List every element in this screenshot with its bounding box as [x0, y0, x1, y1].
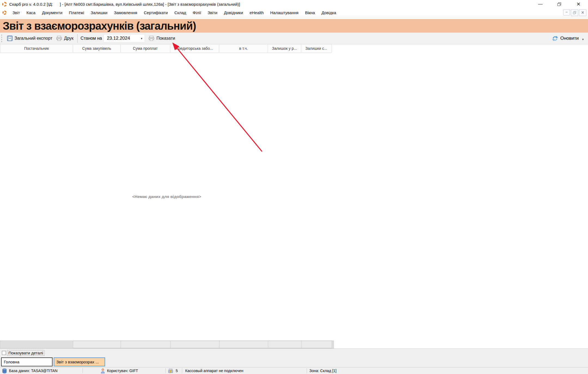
cash-register-status-text: Кассовый аппарат не подключен	[185, 369, 243, 373]
show-details-label[interactable]: Показувати деталі	[7, 350, 44, 356]
column-header-remainders[interactable]: Залишки с...	[301, 44, 332, 53]
mdi-close-button[interactable]: ×	[579, 9, 586, 16]
date-dropdown-caret-icon[interactable]: ▼	[140, 37, 143, 40]
column-header-supplier[interactable]: Постачальник	[0, 44, 73, 53]
show-button[interactable]: Показати	[147, 34, 177, 43]
window-controls: — ×	[531, 0, 588, 8]
menu-item-dovidka[interactable]: Довідка	[318, 8, 339, 17]
menu-item-zvity[interactable]: Звіти	[205, 8, 221, 17]
mdi-window-controls: – ×	[563, 9, 586, 16]
app-window: Скарб pro v. 4.0.0.2 [ІД: ] - [Апт №003 …	[0, 0, 588, 374]
minimize-icon: —	[538, 1, 543, 7]
tab-home[interactable]: Головна	[1, 357, 53, 366]
database-icon	[2, 368, 7, 373]
refresh-icon	[552, 36, 558, 41]
footer-cell	[301, 341, 332, 348]
refresh-button[interactable]: Оновити ▼	[552, 36, 584, 41]
cash-register-icon	[168, 368, 173, 373]
export-floppy-icon	[7, 36, 13, 41]
annotation-arrow	[0, 0, 588, 374]
as-of-date-label: Станом на	[80, 36, 104, 41]
show-printer-icon	[148, 36, 154, 41]
print-label: Друк	[64, 36, 74, 41]
menu-item-ehealth[interactable]: eHealth	[246, 8, 267, 17]
menu-item-zalyshky[interactable]: Залишки	[87, 8, 111, 17]
tab-report-active[interactable]: Звіт з взаєморозрах ...	[54, 357, 105, 366]
cash-register-count: 5	[168, 367, 178, 374]
mdi-close-icon: ×	[581, 10, 584, 16]
cash-register-count-value: 5	[176, 369, 178, 373]
status-separator	[307, 368, 307, 373]
title-bar: Скарб pro v. 4.0.0.2 [ІД: ] - [Апт №003 …	[0, 0, 588, 8]
grid-column-headers: Постачальник Сума закупівель Сума пропла…	[0, 44, 332, 53]
zone-status: Зона: Склад [1]	[309, 367, 337, 374]
mdi-minimize-icon: –	[566, 10, 568, 14]
menu-item-sklad[interactable]: Склад	[171, 8, 189, 17]
toolbar-separator	[77, 34, 78, 43]
refresh-label: Оновити	[560, 36, 579, 41]
user-status-text: Користувач: GIFT	[107, 369, 138, 373]
as-of-date-value: 23.12.2024	[107, 36, 130, 41]
zone-status-text: Зона: Склад [1]	[309, 369, 337, 373]
footer-cell	[121, 341, 170, 348]
database-status-text: База даних: TASA3@TITAN	[9, 369, 57, 373]
footer-cell	[268, 341, 301, 348]
restore-icon	[557, 2, 561, 6]
printer-icon	[56, 36, 62, 41]
database-status: База даних: TASA3@TITAN	[2, 367, 57, 374]
show-label: Показати	[156, 36, 175, 41]
menu-item-vikna[interactable]: Вікна	[302, 8, 318, 17]
column-header-including[interactable]: в т.ч.	[219, 44, 268, 53]
restore-button[interactable]	[550, 0, 569, 8]
footer-cell	[0, 341, 73, 348]
status-separator	[165, 368, 166, 373]
menu-item-dokumenty[interactable]: Документи	[39, 8, 66, 17]
mdi-restore-icon	[573, 11, 576, 14]
toolbar: Загальний експорт Друк Станом на 23.12.2…	[0, 33, 588, 44]
column-header-purchase-sum[interactable]: Сума закупівель	[73, 44, 121, 53]
cash-register-status: Кассовый аппарат не подключен	[185, 367, 243, 374]
no-data-message: <Немає даних для відображення>	[0, 194, 333, 199]
status-bar: База даних: TASA3@TITAN Користувач: GIFT…	[0, 367, 588, 374]
report-header-band: Звіт з взаєморозрахунків (загальний)	[0, 19, 588, 33]
user-icon	[101, 368, 105, 373]
page-title: Звіт з взаєморозрахунків (загальний)	[0, 20, 196, 32]
column-header-balance[interactable]: Залишок у р...	[268, 44, 301, 53]
footer-cell	[73, 341, 121, 348]
menu-item-nalashtuvannia[interactable]: Налаштування	[267, 8, 302, 17]
minimize-button[interactable]: —	[531, 0, 550, 8]
menu-bar: Звіт Каса Документи Платежі Залишки Замо…	[0, 8, 588, 17]
status-separator	[182, 368, 182, 373]
column-header-payments-sum[interactable]: Сума проплат	[120, 44, 170, 53]
menu-item-platezhi[interactable]: Платежі	[66, 8, 87, 17]
toolbar-grip[interactable]	[1, 35, 4, 42]
close-button[interactable]: ×	[569, 0, 588, 8]
window-title: Скарб pro v. 4.0.0.2 [ІД: ] - [Апт №003 …	[9, 2, 240, 7]
footer-cell	[170, 341, 220, 348]
general-export-label: Загальний експорт	[14, 36, 52, 41]
general-export-button[interactable]: Загальний експорт	[5, 34, 54, 43]
menu-items: Звіт Каса Документи Платежі Залишки Замо…	[9, 8, 339, 17]
grid-footer-strip	[0, 341, 334, 348]
status-separator	[83, 368, 83, 373]
menu-item-dovidnyky[interactable]: Довідники	[221, 8, 246, 17]
mdi-child-logo-icon	[2, 11, 7, 15]
menu-item-kasa[interactable]: Каса	[23, 8, 39, 17]
column-header-creditor-debt[interactable]: Кредиторська забо...	[170, 44, 219, 53]
menu-item-sertyfikaty[interactable]: Сертифікати	[141, 8, 171, 17]
close-icon: ×	[577, 0, 580, 8]
mdi-minimize-button[interactable]: –	[563, 9, 570, 16]
refresh-dropdown-caret-icon[interactable]: ▼	[582, 38, 584, 41]
details-row: Показувати деталі	[0, 348, 588, 357]
user-status: Користувач: GIFT	[101, 367, 138, 374]
menu-item-filii[interactable]: Філії	[190, 8, 205, 17]
show-details-checkbox[interactable]	[2, 351, 6, 355]
mdi-restore-button[interactable]	[571, 9, 578, 16]
menu-item-zamovlennia[interactable]: Замовлення	[111, 8, 140, 17]
as-of-date-input[interactable]: 23.12.2024 ▼	[103, 34, 145, 42]
tabs-bar: Головна Звіт з взаєморозрах ...	[0, 357, 588, 367]
app-logo-icon	[2, 2, 7, 7]
footer-cell	[219, 341, 268, 348]
print-button[interactable]: Друк	[54, 34, 75, 43]
menu-item-zvit[interactable]: Звіт	[9, 8, 23, 17]
